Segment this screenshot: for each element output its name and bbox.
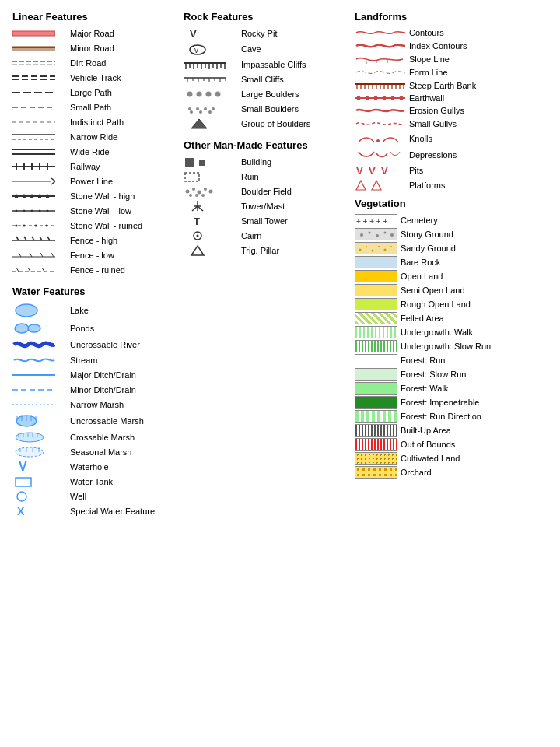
legend-label: Special Water Feature xyxy=(70,507,174,516)
list-item: Orchard xyxy=(355,466,548,479)
legend-label: Cave xyxy=(241,44,345,54)
legend-label: Stone Wall - low xyxy=(70,206,174,216)
list-item: Dirt Road xyxy=(12,57,174,69)
legend-label: Water Tank xyxy=(70,477,174,486)
svg-point-38 xyxy=(35,225,37,227)
svg-rect-118 xyxy=(185,158,194,167)
list-item: Minor Road xyxy=(12,42,174,54)
legend-label: Bare Rock xyxy=(401,258,440,267)
svg-point-32 xyxy=(31,210,33,212)
legend-label: Semi Open Land xyxy=(401,286,465,295)
legend-label: Wide Ride xyxy=(70,147,174,156)
list-item: Open Land xyxy=(355,270,548,282)
svg-point-172 xyxy=(384,232,387,234)
svg-text:T: T xyxy=(194,216,200,227)
svg-point-116 xyxy=(208,110,212,114)
svg-point-122 xyxy=(192,188,195,191)
legend-label: Small Tower xyxy=(241,216,345,226)
svg-point-28 xyxy=(46,195,50,198)
list-item: Lake xyxy=(12,302,174,319)
legend-label: Narrow Marsh xyxy=(70,400,174,409)
svg-line-21 xyxy=(51,178,55,181)
svg-point-176 xyxy=(372,250,374,252)
list-item: Forest: Slow Run xyxy=(355,368,548,381)
rock-features-title: Rock Features xyxy=(184,11,345,23)
list-item: Indistinct Path xyxy=(12,116,174,128)
landforms-title: Landforms xyxy=(355,11,548,23)
list-item: Fence - ruined xyxy=(12,264,174,276)
list-item: Stone Wall - high xyxy=(12,190,174,202)
svg-point-177 xyxy=(378,246,380,247)
legend-label: Small Gullys xyxy=(409,119,457,128)
legend-label: Stony Ground xyxy=(401,230,453,239)
list-item: Contours xyxy=(355,27,548,38)
svg-rect-0 xyxy=(12,31,55,36)
list-item: Earthwall xyxy=(355,93,548,103)
legend-label: Rocky Pit xyxy=(241,29,345,38)
svg-point-109 xyxy=(215,92,221,97)
legend-label: Undergrowth: Slow Run xyxy=(401,342,491,351)
list-item: Steep Earth Bank xyxy=(355,80,548,91)
legend-label: Steep Earth Bank xyxy=(409,81,476,90)
svg-point-174 xyxy=(359,249,362,251)
list-item: Forest: Impenetrable xyxy=(355,396,548,409)
legend-label: Major Ditch/Drain xyxy=(70,370,174,380)
svg-point-124 xyxy=(204,188,207,191)
legend-label: Stone Wall - high xyxy=(70,191,174,201)
svg-text:V: V xyxy=(356,165,363,177)
svg-point-80 xyxy=(17,492,26,501)
list-item: Forest: Run xyxy=(355,354,548,366)
svg-point-127 xyxy=(195,194,198,197)
svg-line-50 xyxy=(51,253,54,257)
svg-line-54 xyxy=(42,268,44,272)
legend-label: Stone Wall - ruined xyxy=(70,221,174,230)
list-item: Small Boulders xyxy=(184,103,345,115)
svg-point-171 xyxy=(376,234,379,237)
svg-point-114 xyxy=(190,110,193,114)
list-item: Forest: Run Direction xyxy=(355,410,548,423)
legend-label: Cultivated Land xyxy=(401,454,460,463)
legend-label: Contours xyxy=(409,28,444,37)
list-item: Ponds xyxy=(12,321,174,335)
list-item: Stone Wall - low xyxy=(12,205,174,217)
svg-text:V: V xyxy=(190,28,197,40)
list-item: Minor Ditch/Drain xyxy=(12,384,174,396)
list-item: Small Cliffs xyxy=(184,73,345,86)
svg-point-67 xyxy=(16,433,44,442)
list-item: Knolls xyxy=(355,132,548,146)
svg-marker-137 xyxy=(191,246,204,255)
legend-label: Forest: Slow Run xyxy=(401,370,466,379)
svg-rect-79 xyxy=(16,478,31,486)
list-item: Tower/Mast xyxy=(184,200,345,212)
legend-label: Pits xyxy=(409,166,423,175)
legend-label: Waterhole xyxy=(70,462,174,472)
svg-marker-166 xyxy=(356,181,366,190)
legend-label: Large Path xyxy=(70,88,174,97)
svg-text:V: V xyxy=(381,165,388,177)
svg-point-160 xyxy=(391,96,395,100)
legend-label: Cairn xyxy=(241,231,345,240)
svg-point-158 xyxy=(374,96,378,100)
list-item: Small Path xyxy=(12,101,174,114)
legend-label: Form Line xyxy=(409,68,448,77)
svg-point-159 xyxy=(383,96,387,100)
legend-label: Narrow Ride xyxy=(70,132,174,142)
list-item: Vehicle Track xyxy=(12,72,174,84)
svg-point-125 xyxy=(209,190,213,194)
list-item: Undergrowth: Slow Run xyxy=(355,340,548,352)
legend-label: Lake xyxy=(70,306,174,315)
legend-label: Forest: Walk xyxy=(401,384,448,393)
svg-line-48 xyxy=(30,253,32,257)
legend-label: Sandy Ground xyxy=(401,244,456,253)
svg-point-39 xyxy=(46,225,48,227)
svg-point-56 xyxy=(15,324,29,333)
list-item: Crossable Marsh xyxy=(12,431,174,444)
svg-point-111 xyxy=(196,107,199,110)
legend-label: Group of Boulders xyxy=(241,119,345,128)
manmade-features-title: Other Man-Made Features xyxy=(184,139,345,151)
svg-point-115 xyxy=(199,110,202,114)
svg-rect-119 xyxy=(199,160,205,166)
legend-label: Platforms xyxy=(409,181,445,190)
legend-label: Cemetery xyxy=(401,216,438,225)
list-item: Narrow Ride xyxy=(12,131,174,143)
